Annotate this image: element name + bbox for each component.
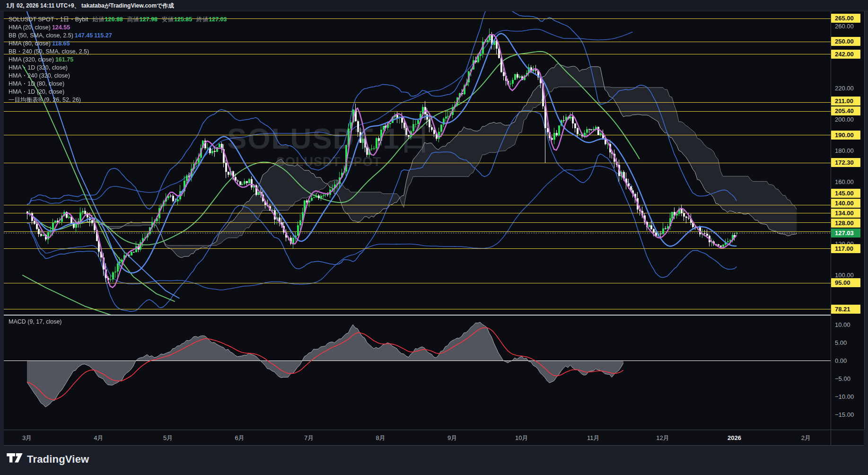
time-axis-month-label: 11月 bbox=[587, 430, 600, 446]
price-level-label: 242.00 bbox=[831, 50, 860, 59]
time-axis-month-label: 7月 bbox=[304, 430, 314, 446]
indicator-value: 161.75 bbox=[55, 56, 73, 63]
indicator-name: HMA・1D (320, close) bbox=[9, 64, 68, 71]
tradingview-chart-screenshot: 1月 02, 2026 14:11 UTC+9、 takatabaがTradin… bbox=[0, 0, 868, 475]
legend-row-indicator[interactable]: 一目均衡表® (9, 26, 52, 26) bbox=[9, 96, 227, 104]
time-axis-month-label: 4月 bbox=[94, 430, 103, 446]
time-axis-month-label: 2月 bbox=[801, 430, 811, 446]
tradingview-logo-text: TradingView bbox=[27, 453, 89, 466]
indicator-name: HMA (320, close) bbox=[9, 56, 54, 63]
legend-row-indicator[interactable]: HMA・240 (320, close) bbox=[9, 72, 227, 80]
legend-row-indicator[interactable]: HMA (320, close)161.75 bbox=[9, 56, 227, 64]
price-level-label: 172.30 bbox=[831, 158, 860, 167]
legend-row-indicator[interactable]: BB (50, SMA, close, 2.5)147.45115.27 bbox=[9, 32, 227, 40]
ohlc-label: 始値 bbox=[93, 16, 105, 23]
pane-separator[interactable] bbox=[4, 315, 864, 316]
legend-row-indicator[interactable]: HMA・1D (80, close) bbox=[9, 80, 227, 88]
macd-tick: −10.00 bbox=[831, 392, 864, 401]
indicator-name: 一目均衡表® (9, 26, 52, 26) bbox=[9, 97, 81, 103]
legend-row-indicator[interactable]: HMA・1D (320, close) bbox=[9, 64, 227, 72]
indicator-name: HMA (20, close) bbox=[9, 24, 51, 31]
indicator-legend: SOLUSDT SPOT・1日・Bybit始値126.88高値127.98安値1… bbox=[9, 16, 227, 104]
ohlc-label: 安値 bbox=[162, 16, 174, 23]
price-level-label: 78.21 bbox=[831, 305, 860, 314]
tradingview-logo[interactable]: TradingView bbox=[7, 453, 89, 466]
ohlc-label: 終値 bbox=[196, 16, 208, 23]
time-axis-corner bbox=[831, 430, 864, 446]
time-axis-month-label: 12月 bbox=[656, 430, 669, 446]
ohlc-value: 127.98 bbox=[140, 16, 158, 23]
macd-tick: 0.00 bbox=[831, 356, 864, 365]
time-axis-year-label: 2026 bbox=[728, 430, 741, 446]
footer-bar: TradingView bbox=[0, 446, 868, 475]
creation-caption: 1月 02, 2026 14:11 UTC+9、 takatabaがTradin… bbox=[6, 2, 174, 9]
ohlc-value: 127.03 bbox=[209, 16, 227, 23]
indicator-value: 115.27 bbox=[94, 32, 112, 39]
macd-tick: −5.00 bbox=[831, 374, 864, 383]
price-tick: 200.00 bbox=[831, 115, 864, 124]
indicator-name: HMA・240 (320, close) bbox=[9, 72, 70, 79]
price-tick: 260.00 bbox=[831, 22, 864, 31]
indicator-name: HMA (80, close) bbox=[9, 40, 51, 47]
price-level-label: 134.00 bbox=[831, 209, 860, 218]
time-axis-month-label: 10月 bbox=[515, 430, 528, 446]
time-axis-month-label: 9月 bbox=[447, 430, 457, 446]
price-level-label: 145.00 bbox=[831, 189, 860, 198]
price-level-label: 128.00 bbox=[831, 219, 860, 228]
time-axis-month-label: 6月 bbox=[235, 430, 244, 446]
price-level-label: 211.00 bbox=[831, 97, 860, 106]
ohlc-value: 125.85 bbox=[174, 16, 192, 23]
macd-tick: 5.00 bbox=[831, 338, 864, 347]
price-tick: 160.00 bbox=[831, 177, 864, 186]
indicator-name: HMA・1D (80, close) bbox=[9, 80, 64, 87]
price-tick: 180.00 bbox=[831, 146, 864, 155]
price-level-label: 190.00 bbox=[831, 131, 860, 140]
ohlc-label: 高値 bbox=[127, 16, 139, 23]
price-level-label: 265.00 bbox=[831, 14, 860, 23]
macd-legend[interactable]: MACD (9, 17, close) bbox=[9, 318, 62, 326]
price-level-label: 205.40 bbox=[831, 106, 860, 115]
legend-row-symbol[interactable]: SOLUSDT SPOT・1日・Bybit始値126.88高値127.98安値1… bbox=[9, 16, 227, 24]
indicator-name: HMA・1D (20, close) bbox=[9, 88, 64, 95]
time-axis-month-label: 8月 bbox=[376, 430, 386, 446]
price-level-label: 117.00 bbox=[831, 244, 860, 253]
indicator-value: 147.45 bbox=[75, 32, 93, 39]
price-axis[interactable]: 260.00220.00200.00180.00160.00120.00100.… bbox=[831, 11, 865, 430]
legend-row-indicator[interactable]: HMA (20, close)124.55 bbox=[9, 24, 227, 32]
price-level-label: 140.00 bbox=[831, 199, 860, 208]
macd-tick: 10.00 bbox=[831, 320, 864, 329]
header-bar: 1月 02, 2026 14:11 UTC+9、 takatabaがTradin… bbox=[0, 0, 868, 11]
price-tick: 220.00 bbox=[831, 84, 864, 93]
legend-row-indicator[interactable]: HMA・1D (20, close) bbox=[9, 88, 227, 96]
symbol-title: SOLUSDT SPOT・1日・Bybit bbox=[9, 16, 88, 23]
indicator-name: BB (50, SMA, close, 2.5) bbox=[9, 32, 73, 39]
price-level-label: 250.00 bbox=[831, 37, 860, 46]
legend-row-indicator[interactable]: BB・240 (50, SMA, close, 2.5) bbox=[9, 48, 227, 56]
current-price-label: 127.03 bbox=[831, 229, 860, 238]
indicator-value: 118.65 bbox=[52, 40, 70, 47]
time-axis[interactable]: 3月4月5月6月7月8月9月10月11月12月20262月 bbox=[4, 430, 864, 446]
legend-row-indicator[interactable]: HMA (80, close)118.65 bbox=[9, 40, 227, 48]
time-axis-month-label: 3月 bbox=[22, 430, 32, 446]
ohlc-value: 126.88 bbox=[105, 16, 123, 23]
tradingview-logo-icon bbox=[7, 453, 23, 466]
price-level-label: 95.00 bbox=[831, 278, 860, 287]
macd-pane[interactable] bbox=[4, 316, 831, 430]
time-axis-month-label: 5月 bbox=[163, 430, 173, 446]
macd-tick: −15.00 bbox=[831, 410, 864, 419]
indicator-value: 124.55 bbox=[52, 24, 70, 31]
indicator-name: BB・240 (50, SMA, close, 2.5) bbox=[9, 48, 89, 55]
